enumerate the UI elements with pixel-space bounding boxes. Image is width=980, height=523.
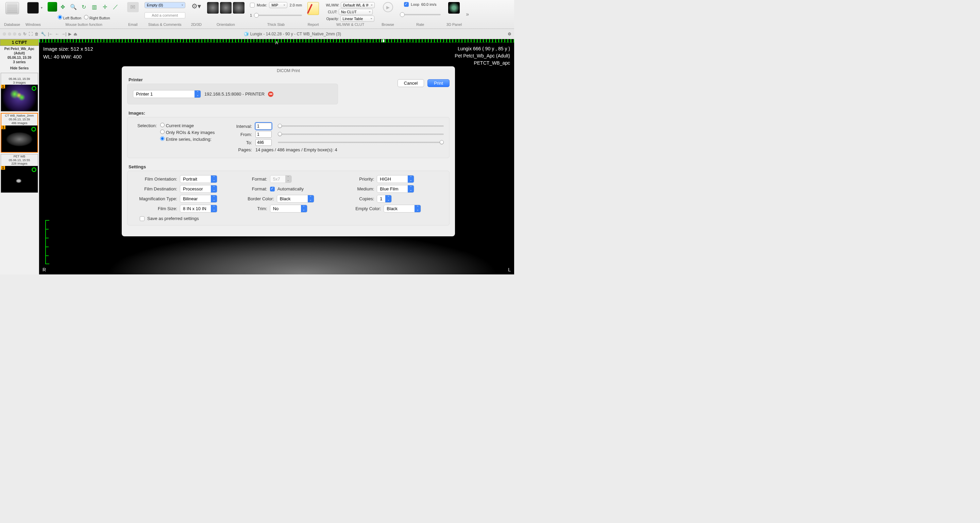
email-icon[interactable]: [127, 2, 139, 12]
film-destination-select[interactable]: Processor: [180, 185, 217, 193]
viewer-tool-icons: ⦸ ↻ ⛶ 🗑 🔧 |← ← →| ▶ ⏏: [18, 32, 77, 37]
rotate-tool-icon[interactable]: ↻: [79, 2, 89, 11]
window-titlebar: ⦸ ↻ ⛶ 🗑 🔧 |← ← →| ▶ ⏏ 🧊 Lungix - 14.02.2…: [0, 29, 514, 39]
mode-checkbox[interactable]: [250, 3, 255, 8]
border-color-select[interactable]: Black: [277, 195, 314, 203]
loop-checkbox[interactable]: [404, 2, 409, 7]
format-l: Format:: [240, 176, 267, 181]
wlww-text: WL: 40 WW: 400: [43, 53, 93, 61]
copies-select[interactable]: 1: [377, 195, 392, 203]
from-input[interactable]: [255, 131, 272, 138]
print-button[interactable]: Print: [428, 79, 450, 87]
thickness-value: 2.0 mm: [290, 3, 302, 7]
database-icon[interactable]: [5, 2, 19, 14]
film-size-select[interactable]: 8 IN x 10 IN: [180, 205, 217, 213]
document-title: 🧊 Lungix - 14.02.28 - 90 y - CT WB_Nativ…: [79, 32, 506, 37]
windows-icon[interactable]: [27, 2, 39, 14]
left-button-label: Left Button: [63, 16, 81, 20]
tool-icons: ✥ 🔍 ↻ ▥ ✛ ／: [48, 2, 120, 11]
zoom-icon[interactable]: [13, 32, 16, 36]
scroll-tool-icon[interactable]: ▥: [90, 2, 99, 11]
thumb-image: 1: [2, 126, 37, 152]
prev-icon[interactable]: ←: [55, 32, 59, 37]
radio-entire[interactable]: Entire series, including:: [160, 137, 212, 142]
radio-rois[interactable]: Only ROIs & Key images: [160, 130, 215, 135]
orientation-label: Orientation: [216, 22, 235, 27]
magnification-select[interactable]: Bilinear: [180, 195, 217, 203]
thumb-header: PET WB05.06.13, 15:55228 Images: [1, 154, 38, 166]
play2-icon[interactable]: ▶: [68, 32, 72, 37]
comment-input[interactable]: Add a comment: [145, 12, 185, 18]
windows-label: Windows: [25, 22, 41, 27]
to-input[interactable]: [255, 139, 272, 146]
empty-color-select[interactable]: Black: [383, 205, 421, 213]
left-button-radio[interactable]: Left Button: [58, 15, 81, 20]
eject-icon[interactable]: ⏏: [73, 32, 77, 37]
rate-slider[interactable]: .rate-knob::before{left:auto;right:0}: [400, 14, 441, 15]
format-auto-checkbox[interactable]: [270, 187, 275, 191]
thickslab-label: Thick Slab: [267, 22, 285, 27]
series-thumbnail[interactable]: PET WB05.06.13, 15:55228 Images 1: [1, 154, 38, 193]
right-button-radio[interactable]: Right Button: [84, 15, 110, 20]
trash-icon[interactable]: 🗑: [35, 32, 39, 37]
mode-select-wrap[interactable]: MIP: [269, 2, 287, 8]
to-slider[interactable]: [278, 142, 444, 143]
email-label: Email: [128, 22, 138, 27]
selection-label: Selection:: [133, 123, 157, 128]
printer-select[interactable]: Printer 1: [133, 90, 201, 98]
thumb-header: 05.06.13, 15:393 Images: [1, 73, 38, 85]
interval-slider[interactable]: [278, 126, 444, 127]
measure-tool-icon[interactable]: ／: [111, 2, 120, 11]
empty-l: Empty Color:: [347, 206, 381, 211]
printer-error-icon: [268, 91, 274, 97]
zoom-tool-icon[interactable]: 🔍: [69, 2, 78, 11]
thickslab-group: Mode: MIP 2.0 mm 1 Thick Slab: [248, 2, 303, 27]
priority-select[interactable]: HIGH: [377, 175, 414, 183]
sagittal-icon[interactable]: [233, 2, 245, 14]
status-select-wrap[interactable]: Empty (0): [145, 2, 185, 8]
trim-l: Trim:: [240, 206, 267, 211]
stop2-icon[interactable]: ⦸: [18, 32, 21, 37]
refresh-icon[interactable]: ↻: [23, 32, 27, 37]
coronal-icon[interactable]: [220, 2, 232, 14]
thickness-slider[interactable]: [254, 14, 302, 16]
radio-current[interactable]: Current image: [160, 123, 194, 128]
save-pref-checkbox[interactable]: [140, 216, 145, 221]
interval-label: Interval:: [232, 124, 252, 129]
close-icon[interactable]: [3, 32, 6, 36]
minimize-icon[interactable]: [8, 32, 11, 36]
trim-select[interactable]: No: [270, 205, 307, 213]
play-icon[interactable]: ▶: [383, 2, 393, 12]
hide-series-button[interactable]: Hide Series: [0, 65, 39, 72]
medium-select[interactable]: Blue Film: [377, 185, 414, 193]
format-select[interactable]: 5x7: [270, 175, 292, 183]
thumb-image: 1: [1, 166, 38, 192]
report-icon[interactable]: [307, 2, 319, 15]
settings-gear-icon[interactable]: ⚙: [508, 32, 511, 37]
cancel-button[interactable]: Cancel: [398, 79, 424, 87]
interval-input[interactable]: [255, 123, 272, 130]
gear-icon[interactable]: ⚙︎▾: [191, 2, 201, 10]
orientation-L: L: [508, 267, 511, 272]
expand-icon[interactable]: ⛶: [29, 32, 33, 37]
wl-tool-icon[interactable]: [48, 2, 57, 11]
from-slider[interactable]: [278, 134, 444, 135]
first-icon[interactable]: |←: [48, 32, 53, 37]
thumb-header: CT WB_Native_2mm05.06.13, 15:39486 Image…: [2, 114, 37, 125]
wrench-icon[interactable]: 🔧: [41, 32, 46, 37]
film-orientation-select[interactable]: Portrait: [180, 175, 217, 183]
overflow-icon[interactable]: »: [466, 11, 469, 17]
panel3d-icon[interactable]: [448, 2, 460, 14]
top-ruler: A: [39, 39, 514, 43]
series-thumbnail[interactable]: 05.06.13, 15:393 Images 1: [1, 73, 38, 111]
mouse-fn-label: Mouse button function: [66, 22, 102, 27]
series-thumbnail[interactable]: CT WB_Native_2mm05.06.13, 15:39486 Image…: [1, 113, 38, 153]
crosshair-tool-icon[interactable]: ✛: [100, 2, 110, 11]
wlww-l: WL/WW:: [326, 3, 339, 7]
axial-icon[interactable]: [207, 2, 219, 14]
move-tool-icon[interactable]: ✥: [58, 2, 68, 11]
next-icon[interactable]: →|: [61, 32, 66, 37]
images-section-label: Images:: [122, 108, 455, 117]
windows-group: Windows: [24, 2, 42, 27]
modality-badge: 1 CT\PT: [0, 39, 39, 46]
